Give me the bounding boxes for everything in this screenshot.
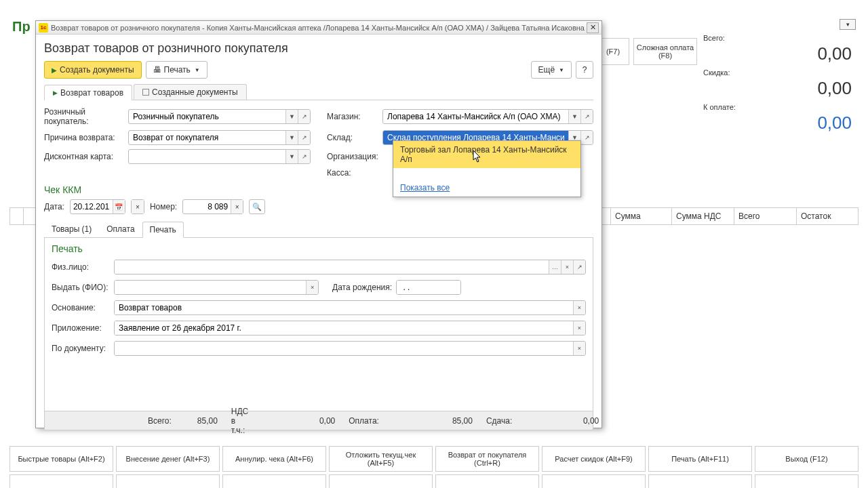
fn2-6[interactable] [542,474,646,488]
search-icon: 🔍 [252,203,262,211]
tab-return-goods[interactable]: ▶ Возврат товаров [44,85,132,100]
close-icon[interactable]: ✕ [587,22,599,33]
tab-goods[interactable]: Товары (1) [44,221,99,237]
birth-input[interactable]: 📅 × [396,280,461,295]
search-button[interactable]: 🔍 [249,199,265,214]
bg-button-f8-label1: Сложная оплата [637,43,694,52]
fn2-5[interactable] [435,474,539,488]
org-label: Организация: [327,152,378,161]
top-right-dropdown[interactable] [840,19,856,30]
printer-icon: 🖶 [153,65,161,75]
fn2-8[interactable] [755,474,859,488]
help-button[interactable]: ? [576,61,593,79]
card-input[interactable]: ▼ ↗ [128,149,311,164]
reason-field[interactable] [129,131,285,144]
total-skidka-label: Скидка: [703,68,856,77]
close-icon[interactable]: × [573,342,585,355]
shop-field[interactable] [383,110,568,123]
card-field[interactable] [129,150,285,163]
fn2-3[interactable] [222,474,326,488]
open-icon[interactable]: ↗ [580,110,593,123]
card-label: Дисконтная карта: [44,152,124,161]
date-field[interactable] [71,202,113,211]
tab-created-documents[interactable]: Созданные документы [134,84,247,100]
close-icon[interactable]: × [132,200,144,214]
reason-input[interactable]: ▼ ↗ [128,130,311,145]
close-icon[interactable]: × [573,301,585,314]
modal-title-bar[interactable]: 1c Возврат товаров от розничного покупат… [36,21,601,35]
shop-input[interactable]: ▼ ↗ [382,109,593,124]
chevron-down-icon[interactable]: ▼ [285,131,298,144]
total-koplate-label: К оплате: [703,103,856,111]
chevron-down-icon[interactable]: ▼ [285,110,298,123]
open-icon[interactable]: ↗ [298,131,310,144]
calendar-icon[interactable]: 📅 [113,200,125,214]
warehouse-dropdown: Торговый зал Лопарева 14 Ханты-Мансийск … [393,140,581,197]
open-icon[interactable]: ↗ [573,260,585,274]
open-icon[interactable]: ↗ [298,110,310,123]
fn-exit[interactable]: Выход (F12) [755,446,859,472]
buyer-input[interactable]: ▼ ↗ [128,109,311,124]
close-icon[interactable]: × [231,200,243,214]
open-icon[interactable]: ↗ [580,131,593,144]
tab-created-label: Созданные документы [152,87,238,97]
fiz-field[interactable] [115,260,549,274]
fn-hold-check[interactable]: Отложить текущ.чек (Alt+F5) [329,446,433,472]
number-field[interactable] [183,202,231,211]
chevron-down-icon: ▼ [195,67,200,73]
tb-oplata-value: 85,00 [432,416,473,426]
doc-label: По документу: [52,344,110,353]
fn-cash-in[interactable]: Внесение денег (Alt+F3) [116,446,220,472]
dropdown-show-all[interactable]: Показать все [393,179,580,197]
date-input[interactable]: 📅 [70,199,125,214]
th-vsego[interactable]: Всего [734,208,797,224]
doc-input[interactable]: × [114,341,586,356]
print-panel: Печать Физ.лицо: … × ↗ Выдать (ФИО): × Д… [44,238,593,411]
th-summa[interactable]: Сумма [611,208,672,224]
doc-field[interactable] [115,342,573,355]
open-icon[interactable]: ↗ [298,150,310,163]
th-ostatok[interactable]: Остаток [797,208,858,224]
fn2-4[interactable] [329,474,433,488]
osn-field[interactable] [115,301,573,314]
create-documents-button[interactable]: ▶ Создать документы [44,61,142,79]
tab-return-label: Возврат товаров [60,88,123,98]
number-input[interactable]: × [182,199,243,214]
play-icon: ▶ [53,89,58,96]
bg-button-complex-payment[interactable]: Сложная оплата (F8) [633,38,697,65]
close-icon[interactable]: × [306,281,318,294]
chevron-down-icon[interactable]: ▼ [285,150,298,163]
ellipsis-icon[interactable]: … [549,260,561,274]
birth-field[interactable] [397,281,461,294]
buyer-field[interactable] [129,110,285,123]
fn-cancel-check[interactable]: Аннулир. чека (Alt+F6) [222,446,326,472]
fn-return[interactable]: Возврат от покупателя (Ctrl+R) [435,446,539,472]
tab-payment[interactable]: Оплата [99,221,142,237]
fn-fast-goods[interactable]: Быстрые товары (Alt+F2) [9,446,113,472]
osn-input[interactable]: × [114,300,586,315]
more-button[interactable]: Ещё ▼ [531,61,572,79]
date-clear[interactable]: × [131,199,144,214]
print-button[interactable]: 🖶 Печать ▼ [146,61,208,79]
pril-input[interactable]: × [114,321,586,336]
dropdown-item-trade-hall[interactable]: Торговый зал Лопарева 14 Ханты-Мансийск … [393,141,580,168]
th-summa-nds[interactable]: Сумма НДС [672,208,734,224]
close-icon[interactable]: × [573,321,585,335]
fn2-2[interactable] [116,474,220,488]
fiz-input[interactable]: … × ↗ [114,260,586,274]
tab-print[interactable]: Печать [142,222,184,238]
fn2-7[interactable] [648,474,752,488]
fn-discounts[interactable]: Расчет скидок (Alt+F9) [542,446,646,472]
fn-print[interactable]: Печать (Alt+F11) [648,446,752,472]
close-icon[interactable]: × [561,260,573,274]
tb-oplata-label: Оплата: [349,416,379,426]
fiz-label: Физ.лицо: [52,262,110,272]
vydat-field[interactable] [115,281,306,294]
chevron-down-icon[interactable]: ▼ [568,110,580,123]
tb-vsego-label: Всего: [148,416,172,426]
pril-field[interactable] [115,321,573,335]
1c-icon: 1c [39,23,48,33]
function-buttons-row: Быстрые товары (Alt+F2) Внесение денег (… [9,446,859,472]
vydat-input[interactable]: × [114,280,319,295]
fn2-1[interactable] [9,474,113,488]
